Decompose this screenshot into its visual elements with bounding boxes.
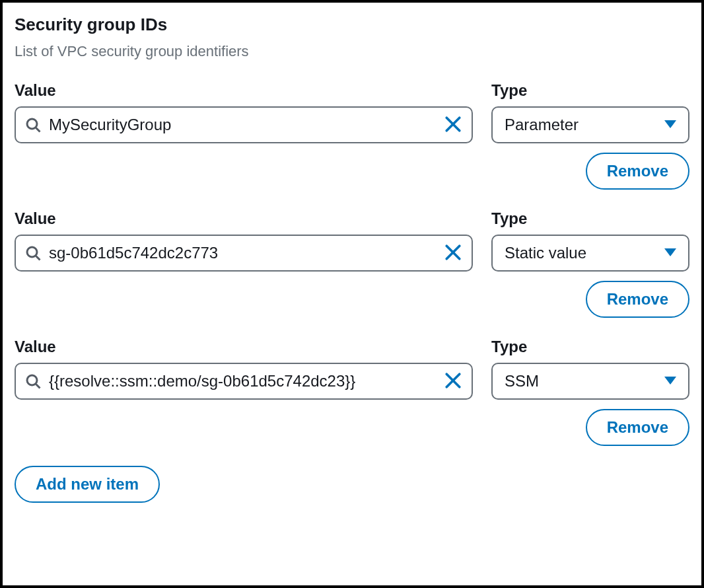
caret-down-icon [664, 375, 676, 387]
section-description: List of VPC security group identifiers [15, 43, 689, 60]
type-select[interactable]: SSM [491, 363, 689, 400]
value-label: Value [15, 209, 473, 228]
caret-down-icon [664, 247, 676, 259]
section-title: Security group IDs [15, 15, 689, 35]
remove-button[interactable]: Remove [586, 281, 689, 318]
value-input-wrapper [15, 363, 473, 400]
add-new-item-button[interactable]: Add new item [15, 466, 160, 503]
type-label: Type [491, 81, 689, 100]
remove-button[interactable]: Remove [586, 153, 689, 190]
svg-point-0 [27, 119, 37, 129]
svg-line-11 [36, 385, 40, 388]
remove-button[interactable]: Remove [586, 409, 689, 446]
close-icon [444, 244, 462, 263]
value-label: Value [15, 338, 473, 356]
svg-point-5 [27, 247, 37, 257]
svg-marker-9 [664, 248, 676, 256]
caret-down-icon [664, 119, 676, 131]
type-select-value: Static value [505, 244, 586, 262]
value-input-wrapper [15, 106, 473, 143]
type-select-value: SSM [505, 372, 539, 390]
value-label: Value [15, 81, 473, 100]
item-row: Value Type Parameter [15, 81, 689, 143]
clear-button[interactable] [439, 110, 468, 139]
search-icon [25, 245, 41, 261]
value-input-wrapper [15, 235, 473, 272]
type-label: Type [491, 338, 689, 356]
search-icon [25, 373, 41, 389]
type-label: Type [491, 209, 689, 228]
search-icon [25, 117, 41, 133]
item-row: Value Type SSM [15, 338, 689, 400]
type-select[interactable]: Parameter [491, 106, 689, 143]
svg-line-6 [36, 256, 40, 260]
svg-marker-4 [664, 120, 676, 128]
svg-marker-14 [664, 377, 676, 385]
close-icon [444, 372, 462, 391]
svg-point-10 [27, 375, 37, 385]
clear-button[interactable] [439, 367, 468, 396]
clear-button[interactable] [439, 239, 468, 268]
item-row: Value Type Static value [15, 209, 689, 272]
type-select-value: Parameter [505, 116, 579, 134]
svg-line-1 [36, 128, 40, 132]
value-input[interactable] [41, 372, 439, 390]
type-select[interactable]: Static value [491, 235, 689, 272]
value-input[interactable] [41, 116, 439, 134]
close-icon [444, 116, 462, 135]
value-input[interactable] [41, 244, 439, 262]
